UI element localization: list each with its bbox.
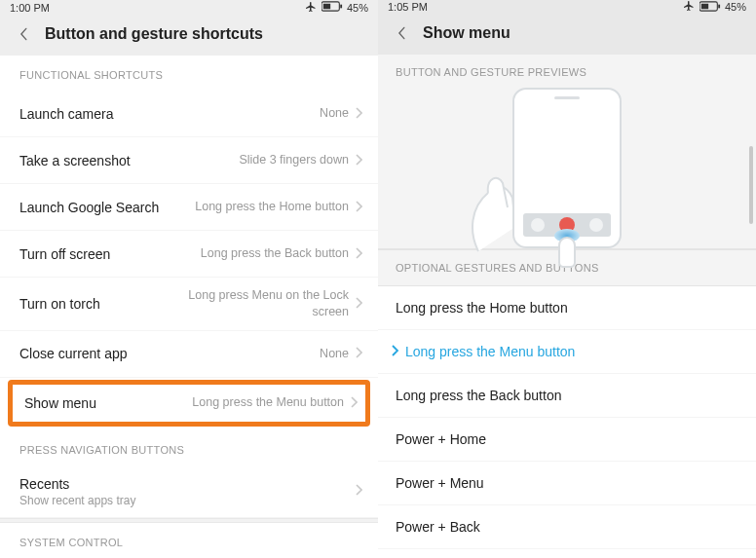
row-title: Launch camera	[19, 105, 320, 123]
battery-percent: 45%	[347, 2, 368, 14]
row-take-screenshot[interactable]: Take a screenshot Slide 3 fingers down	[0, 137, 378, 184]
chevron-right-icon	[355, 199, 362, 216]
row-title: Launch Google Search	[19, 199, 195, 216]
svg-rect-1	[323, 4, 330, 10]
back-button[interactable]	[392, 23, 411, 43]
status-bar: 1:05 PM 45%	[378, 0, 756, 14]
status-time: 1:05 PM	[388, 1, 682, 13]
option-label: Power + Back	[396, 519, 480, 535]
status-time: 1:00 PM	[10, 2, 304, 14]
row-value: None	[320, 346, 349, 362]
option-label: Power + Home	[396, 431, 486, 447]
option-label: Power + Menu	[396, 475, 484, 491]
chevron-right-icon	[355, 245, 362, 263]
screen-show-menu: 1:05 PM 45% Show menu BUTTON AND GESTURE…	[378, 0, 756, 558]
page-title: Show menu	[423, 24, 510, 42]
back-button[interactable]	[14, 24, 33, 44]
row-close-current-app[interactable]: Close current app None	[0, 331, 378, 378]
battery-icon	[699, 1, 721, 14]
row-value: None	[320, 105, 349, 122]
option-power-home[interactable]: Power + Home	[378, 418, 756, 462]
section-label-functional: FUNCTIONAL SHORTCUTS	[0, 56, 378, 91]
row-show-menu[interactable]: Show menu Long press the Menu button	[8, 380, 370, 427]
thumb-icon	[558, 237, 576, 268]
svg-rect-4	[701, 3, 708, 9]
option-power-back[interactable]: Power + Back	[378, 505, 756, 549]
status-indicators: 45%	[682, 0, 746, 14]
svg-rect-2	[340, 5, 342, 9]
status-indicators: 45%	[304, 1, 368, 15]
option-label: Long press the Home button	[396, 300, 568, 316]
row-sub: Show recent apps tray	[19, 494, 355, 507]
chevron-right-icon	[355, 295, 362, 313]
chevron-right-icon	[355, 105, 362, 123]
row-recents[interactable]: Recents Show recent apps tray	[0, 465, 378, 518]
option-long-press-menu[interactable]: Long press the Menu button	[378, 330, 756, 374]
row-title: Show menu	[24, 394, 192, 412]
row-title: Recents	[19, 475, 355, 493]
header: Show menu	[378, 14, 756, 55]
option-label: Long press the Back button	[396, 388, 561, 403]
row-turn-off-screen[interactable]: Turn off screen Long press the Back butt…	[0, 231, 378, 278]
phone-illustration	[512, 88, 622, 248]
chevron-right-icon	[355, 345, 362, 362]
option-power-menu[interactable]: Power + Menu	[378, 462, 756, 505]
chevron-right-icon	[355, 152, 362, 169]
section-label-system: SYSTEM CONTROL	[0, 523, 378, 558]
row-launch-camera[interactable]: Launch camera None	[0, 91, 378, 137]
option-long-press-back[interactable]: Long press the Back button	[378, 374, 756, 418]
row-title: Turn on torch	[19, 295, 183, 313]
airplane-icon	[682, 0, 696, 14]
gesture-preview	[378, 88, 756, 249]
section-label-press-nav: PRESS NAVIGATION BUTTONS	[0, 430, 378, 465]
chevron-right-icon	[390, 344, 399, 359]
row-value: Long press the Menu button	[192, 394, 344, 411]
scrollbar[interactable]	[749, 146, 753, 224]
row-value: Slide 3 fingers down	[239, 152, 349, 168]
row-title: Take a screenshot	[19, 152, 239, 169]
svg-rect-5	[718, 4, 720, 8]
option-long-press-home[interactable]: Long press the Home button	[378, 286, 756, 330]
option-none[interactable]: None	[378, 549, 756, 558]
battery-percent: 45%	[725, 1, 746, 13]
status-bar: 1:00 PM 45%	[0, 0, 378, 15]
row-value: Long press the Back button	[201, 245, 349, 262]
chevron-right-icon	[355, 482, 362, 500]
battery-icon	[321, 1, 343, 14]
airplane-icon	[304, 1, 318, 15]
row-title: Turn off screen	[19, 245, 201, 263]
row-turn-on-torch[interactable]: Turn on torch Long press Menu on the Loc…	[0, 278, 378, 331]
row-value: Long press the Home button	[195, 199, 349, 215]
page-title: Button and gesture shortcuts	[45, 25, 263, 43]
option-label: Long press the Menu button	[405, 344, 575, 359]
row-launch-google-search[interactable]: Launch Google Search Long press the Home…	[0, 184, 378, 231]
section-label-preview: BUTTON AND GESTURE PREVIEWS	[378, 55, 756, 88]
screen-shortcuts: 1:00 PM 45% Button and gesture shortcuts…	[0, 0, 378, 558]
row-value: Long press Menu on the Lock screen	[183, 287, 349, 320]
row-title: Close current app	[19, 345, 320, 362]
header: Button and gesture shortcuts	[0, 15, 378, 56]
chevron-right-icon	[350, 394, 358, 412]
